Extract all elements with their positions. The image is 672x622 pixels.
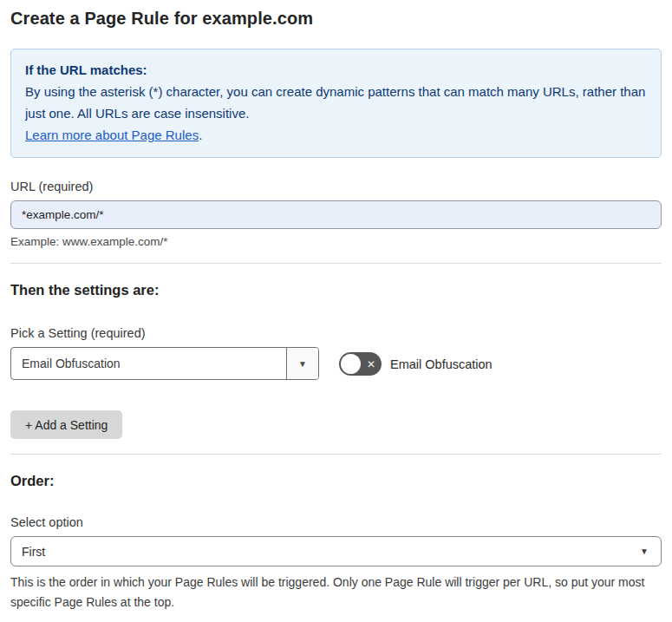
pick-setting-label: Pick a Setting (required)	[10, 326, 662, 340]
url-example-hint: Example: www.example.com/*	[10, 235, 662, 248]
page-title: Create a Page Rule for example.com	[10, 9, 662, 29]
email-obfuscation-toggle[interactable]: ✕	[339, 352, 382, 376]
create-page-rule-form: Create a Page Rule for example.com If th…	[0, 0, 672, 622]
chevron-down-icon: ▼	[298, 359, 307, 369]
order-select[interactable]: First ▼	[10, 536, 662, 566]
learn-more-link[interactable]: Learn more about Page Rules	[25, 128, 199, 142]
order-select-label: Select option	[10, 515, 662, 529]
info-box-link-line: Learn more about Page Rules.	[25, 124, 647, 146]
info-box-heading: If the URL matches:	[25, 59, 647, 81]
divider	[10, 454, 662, 455]
email-obfuscation-toggle-group: ✕ Email Obfuscation	[339, 352, 493, 376]
setting-select-value: Email Obfuscation	[11, 348, 286, 379]
order-select-value: First	[22, 545, 45, 559]
divider	[10, 263, 662, 264]
toggle-label: Email Obfuscation	[390, 357, 493, 371]
setting-row: Email Obfuscation ▼ ✕ Email Obfuscation	[10, 347, 662, 380]
url-label: URL (required)	[10, 180, 662, 193]
settings-section-heading: Then the settings are:	[10, 282, 662, 298]
order-section-heading: Order:	[10, 473, 662, 489]
setting-select-arrow-button[interactable]: ▼	[286, 348, 318, 379]
toggle-knob	[341, 354, 361, 374]
link-suffix: .	[199, 128, 202, 142]
url-input[interactable]	[10, 200, 662, 229]
add-setting-button[interactable]: + Add a Setting	[10, 410, 122, 439]
url-match-info-box: If the URL matches: By using the asteris…	[10, 49, 662, 158]
info-box-body: By using the asterisk (*) character, you…	[25, 81, 647, 124]
order-help-text: This is the order in which your Page Rul…	[10, 573, 662, 612]
toggle-off-x-icon: ✕	[367, 359, 375, 370]
chevron-down-icon: ▼	[640, 547, 649, 556]
setting-select[interactable]: Email Obfuscation ▼	[10, 347, 319, 380]
